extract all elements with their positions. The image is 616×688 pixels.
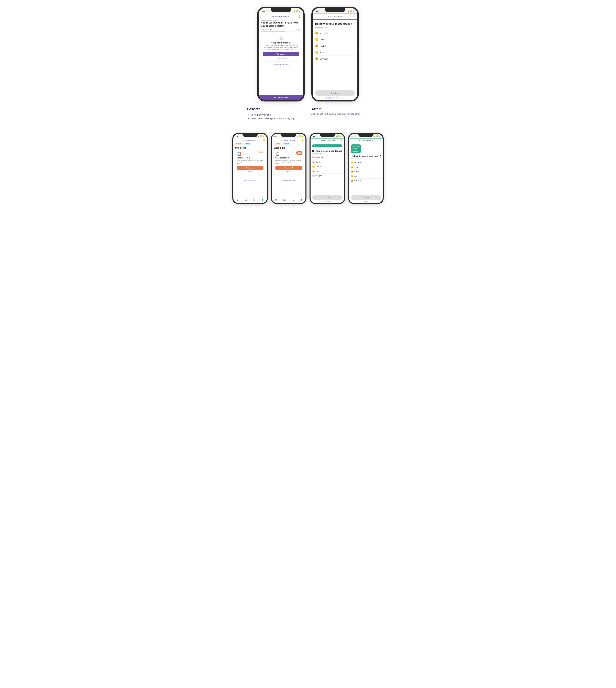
skip-link[interactable]: Skip this <box>276 171 302 172</box>
freq-monthly[interactable]: Monthly <box>353 150 359 152</box>
poor-emoji: 😕 <box>351 175 353 177</box>
general-checkin-card: Daily ▾ 📋 General check-in As you start … <box>235 150 265 174</box>
mood-option-very-poor[interactable]: 😢 Very poor <box>313 55 357 62</box>
mood-option-very-poor[interactable]: 😢 Very poor <box>349 179 382 183</box>
tab-home-label: Home <box>236 202 239 202</box>
get-started-button[interactable]: Get started <box>263 52 299 56</box>
checkin-header-title: General Check-In <box>353 140 379 141</box>
tab-learn[interactable]: 📖 Learn <box>242 199 250 202</box>
mood-option-poor[interactable]: 😕 Poor <box>313 49 357 55</box>
close-button[interactable]: ✕ <box>353 16 355 18</box>
tab-home[interactable]: 🏠 Home <box>272 199 280 202</box>
mood-option-very-good[interactable]: 😊 Very good <box>349 160 382 165</box>
close-button[interactable]: ✕ <box>379 139 381 142</box>
mood-question: Hi, how is your mood today? <box>349 154 382 158</box>
status-icons: ▪▪ 📶 🔋 <box>259 135 265 137</box>
progress-change[interactable]: Change <box>296 28 301 30</box>
continue-button[interactable]: Continue <box>312 196 343 200</box>
neutral-label: Neutral <box>354 171 359 173</box>
tag-changes-1[interactable]: Changes <box>235 143 243 145</box>
poor-emoji: 😕 <box>312 170 315 173</box>
wifi-icon: 📶 <box>299 135 301 137</box>
freq-every-time[interactable]: Every time <box>353 145 359 147</box>
signal-icon: ▪▪ <box>336 135 336 137</box>
close-button[interactable]: ✕ <box>341 139 343 142</box>
mood-option-poor[interactable]: 😕 Poor <box>349 174 382 179</box>
tab-community[interactable]: 💬 Community <box>250 199 259 202</box>
mood-option-very-good[interactable]: 😊 Very good <box>313 30 357 37</box>
app-header: ≡ MyHealthyPregnancy 🔔 <box>259 14 303 19</box>
bell-icon[interactable]: 🔔 <box>263 139 265 141</box>
phone-notch <box>358 134 374 137</box>
checkin-header-title: DAILY CHECKIN <box>318 16 353 18</box>
mood-option-neutral[interactable]: 😐 Neutral <box>313 43 357 49</box>
very-poor-emoji: 😢 <box>315 57 318 60</box>
freq-badge[interactable]: Daily ▾ <box>258 151 264 153</box>
tab-profile[interactable]: 👤 Profile <box>297 199 306 202</box>
welcome-label: WELCOME BACK, ALICIA! <box>261 20 301 21</box>
get-started-button[interactable]: Get started <box>237 166 263 170</box>
freq-weekly[interactable]: Weekly <box>353 147 359 150</box>
skip-link[interactable]: Skip this <box>237 171 263 172</box>
welcome-title: You're 24 weeks in! Share how you're doi… <box>261 21 301 28</box>
very-poor-emoji: 😢 <box>312 175 315 177</box>
before-section: Before: No frequency setting Users neede… <box>247 107 308 120</box>
good-emoji: 🙂 <box>351 166 353 168</box>
mood-option-good[interactable]: 🙂 Good <box>311 160 344 164</box>
continue-button[interactable]: Continue <box>351 196 381 200</box>
bell-icon[interactable]: 🔔 <box>298 15 301 18</box>
checkin-header-title: General Check-In <box>315 140 341 141</box>
skip-link[interactable]: Skip this <box>312 201 343 202</box>
tag-changes-2[interactable]: Changes <box>244 143 252 145</box>
checkin-header: General Check-In ✕ <box>349 139 382 143</box>
freq-badge-two-line[interactable]: Daily Weekly <box>296 151 303 155</box>
continue-button[interactable]: Continue <box>315 90 355 96</box>
menu-icon[interactable]: ≡ <box>261 15 262 18</box>
skip-link[interactable]: Skip this <box>351 201 381 202</box>
mood-option-very-poor[interactable]: 😢 Very poor <box>311 174 344 178</box>
phone-content: ≡ MyHealthyPregnancy 🔔 Changes Changes C… <box>234 138 267 203</box>
mood-option-good[interactable]: 🙂 Good <box>349 165 382 169</box>
freq-pill-label: Every time ▾ <box>314 145 322 147</box>
mood-option-neutral[interactable]: 😐 Neutral <box>349 169 382 174</box>
phone-after-home-1: 9:41 ▪▪ 📶 🔋 ≡ MyHealthyPregnancy 🔔 Chang… <box>232 133 268 204</box>
phone-content: DAILY CHECKIN ✕ Hi, how is your mood tod… <box>313 14 357 100</box>
tab-learn[interactable]: 📖 Learn <box>280 199 289 202</box>
sleep-icon: ☁️ <box>278 36 284 41</box>
after-section: After: Added check-in frequency and ques… <box>308 107 369 120</box>
mood-option-good[interactable]: 🙂 Good <box>313 37 357 43</box>
phone-content: ≡ MyHealthyPregnancy 🔔 Changes Changes C… <box>272 138 305 203</box>
tag-changes-1[interactable]: Changes <box>273 143 282 145</box>
battery-icon: 🔋 <box>353 10 354 12</box>
data-link[interactable]: How will my data be used? <box>273 180 304 181</box>
tab-home[interactable]: 🏠 Home <box>234 199 242 202</box>
mood-option-very-good[interactable]: 😊 Very good <box>311 155 344 160</box>
menu-icon[interactable]: ≡ <box>235 139 236 141</box>
tab-profile-label: Profile <box>300 202 303 202</box>
progress-bar-row: 24 Weeks, 2 Days Change <box>261 28 301 30</box>
after-desc: Added check-in frequency and question fr… <box>311 112 369 116</box>
data-link[interactable]: How will my data be used? <box>261 64 301 65</box>
freq-pill[interactable]: Every time ▾ <box>312 144 343 147</box>
mood-option-poor[interactable]: 😕 Poor <box>311 169 344 174</box>
phone-notch <box>281 134 296 137</box>
bell-icon[interactable]: 🔔 <box>301 139 304 141</box>
skip-answer-link[interactable]: Skip, I'd prefer not to answer <box>315 97 355 99</box>
signal-icon: ▪▪▪ <box>293 10 295 12</box>
freq-dropdown[interactable]: Every time Weekly Monthly <box>351 144 361 153</box>
get-started-button[interactable]: Get started <box>276 166 302 170</box>
tab-profile[interactable]: 👤 Profile <box>259 199 267 202</box>
check-in-now-button[interactable]: 📋 Check In Now <box>259 95 303 100</box>
tab-learn-label: Learn <box>283 202 286 202</box>
before-item-1: No frequency setting <box>250 113 305 117</box>
menu-icon[interactable]: ≡ <box>273 139 275 141</box>
wifi-icon: 📶 <box>296 10 298 12</box>
skip-link[interactable]: I'd prefer to skip this <box>275 58 287 59</box>
data-link[interactable]: How will my data be used? <box>235 180 265 181</box>
very-good-emoji: 😊 <box>351 161 353 164</box>
before-items: No frequency setting Users needed to com… <box>247 113 305 120</box>
tab-community[interactable]: 💬 Community <box>289 199 297 202</box>
mood-option-neutral[interactable]: 😐 Neutral <box>311 164 344 169</box>
tag-changes-2[interactable]: Changes <box>282 143 290 145</box>
checkin-title: Sleep health check-in <box>271 42 290 44</box>
